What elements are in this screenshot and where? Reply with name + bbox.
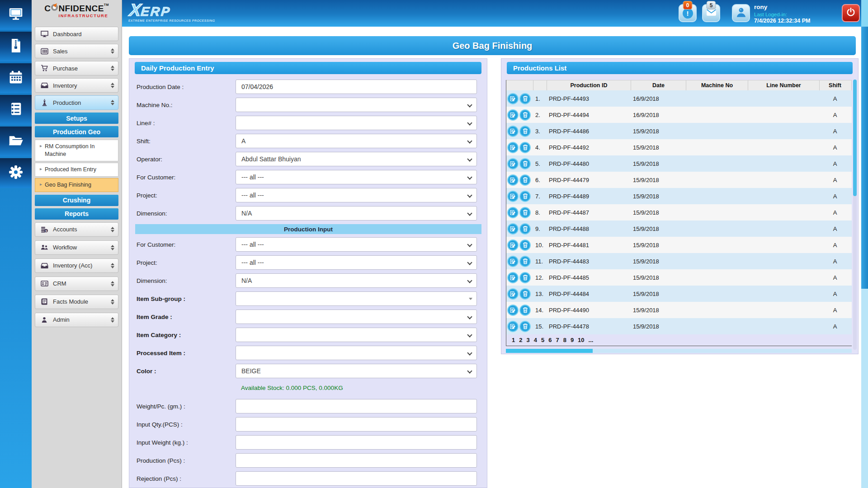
edit-row-button[interactable] <box>507 158 519 169</box>
sidebar-item-produced-item-entry[interactable]: ▸ Produced Item Entry <box>35 163 118 177</box>
edit-row-button[interactable] <box>507 109 519 121</box>
page-link[interactable]: 5 <box>541 337 544 343</box>
edit-row-button[interactable] <box>507 126 519 137</box>
delete-row-button[interactable] <box>519 142 531 153</box>
page-link[interactable]: 7 <box>556 337 559 343</box>
chevron-down-icon <box>467 120 472 125</box>
sidebar-item-production[interactable]: Production <box>35 95 118 110</box>
edit-row-button[interactable] <box>507 93 519 104</box>
delete-row-button[interactable] <box>519 158 531 169</box>
edit-row-button[interactable] <box>507 191 519 202</box>
logout-button[interactable] <box>842 4 860 22</box>
sidebar-item-inventory-acc[interactable]: Inventory (Acc) <box>35 258 118 273</box>
production-date-input[interactable] <box>236 80 477 94</box>
sidebar-section-production-geo[interactable]: Production Geo <box>35 126 118 137</box>
production-pcs-input[interactable] <box>236 453 477 468</box>
input-for-customer-select[interactable]: --- all --- <box>236 237 477 252</box>
column-header-date: Date <box>631 80 686 90</box>
delete-row-button[interactable] <box>519 305 531 316</box>
sidebar-item-facts-module[interactable]: Facts Module <box>35 295 118 309</box>
sidebar-item-workflow[interactable]: Workflow <box>35 240 118 255</box>
edit-row-button[interactable] <box>507 223 519 235</box>
input-qty-input[interactable] <box>236 417 477 432</box>
section-label: Production Geo <box>53 128 100 136</box>
messages-button[interactable]: 5 <box>702 4 720 22</box>
sidebar-item-purchase[interactable]: Purchase <box>35 61 118 75</box>
project-select[interactable]: --- all --- <box>236 188 477 202</box>
rail-desktop-button[interactable] <box>0 0 32 30</box>
rail-journal-button[interactable] <box>0 95 32 125</box>
delete-row-button[interactable] <box>519 109 531 121</box>
delete-row-button[interactable] <box>519 191 531 202</box>
production-input-title: Production Input <box>284 226 333 233</box>
delete-row-button[interactable] <box>519 272 531 283</box>
delete-row-button[interactable] <box>519 321 531 332</box>
edit-row-button[interactable] <box>507 239 519 251</box>
sidebar-section-setups[interactable]: Setups <box>35 113 118 124</box>
delete-row-button[interactable] <box>519 207 531 218</box>
rail-calendar-button[interactable] <box>0 63 32 93</box>
edit-row-button[interactable] <box>507 256 519 267</box>
page-link[interactable]: 6 <box>548 337 552 343</box>
sidebar-item-sales[interactable]: Sales <box>35 44 118 58</box>
edit-row-button[interactable] <box>507 142 519 153</box>
panel-scrollbar-thumb[interactable] <box>853 80 857 196</box>
mail-icon <box>706 9 717 18</box>
weight-pc-input[interactable] <box>236 399 477 413</box>
item-category-select[interactable] <box>236 328 477 342</box>
rejection-pcs-input[interactable] <box>236 471 477 486</box>
sidebar-item-admin[interactable]: Admin <box>35 313 118 327</box>
page-link[interactable]: 8 <box>563 337 566 343</box>
color-select[interactable]: BEIGE <box>236 364 477 378</box>
delete-row-button[interactable] <box>519 223 531 235</box>
item-grade-select[interactable] <box>236 310 477 324</box>
sidebar-item-accounts[interactable]: $ Accounts <box>35 222 118 237</box>
shift-select[interactable]: A <box>236 134 477 148</box>
rail-folder-button[interactable] <box>0 127 32 156</box>
rail-settings-button[interactable] <box>0 158 32 188</box>
input-weight-input[interactable] <box>236 435 477 450</box>
for-customer-select[interactable]: --- all --- <box>236 170 477 184</box>
sidebar-section-crushing[interactable]: Crushing <box>35 195 118 206</box>
sidebar-item-geo-bag-finishing[interactable]: ▸ Geo Bag Finishing <box>35 178 118 192</box>
delete-row-button[interactable] <box>519 256 531 267</box>
horizontal-scrollbar-thumb[interactable] <box>506 349 593 353</box>
edit-row-button[interactable] <box>507 321 519 332</box>
page-scrollbar-thumb[interactable] <box>861 27 868 289</box>
edit-row-button[interactable] <box>507 174 519 186</box>
sidebar-item-inventory[interactable]: Inventory <box>35 78 118 93</box>
production-input-banner: Production Input <box>135 224 481 234</box>
alerts-button[interactable]: 0 ! <box>679 4 697 22</box>
dimension-select[interactable]: N/A <box>236 206 477 221</box>
sidebar-item-crm[interactable]: CRM <box>35 277 118 291</box>
page-link[interactable]: 1 <box>512 337 515 343</box>
machine-no-select[interactable] <box>236 98 477 112</box>
rail-archive-button[interactable] <box>0 32 32 61</box>
edit-row-button[interactable] <box>507 272 519 283</box>
input-dimension-select[interactable]: N/A <box>236 273 477 288</box>
date-cell: 15/9/2018 <box>631 225 686 232</box>
sidebar-item-rm-consumption[interactable]: ▸ RM Consumption In Machine <box>35 140 118 161</box>
page-link[interactable]: 9 <box>571 337 574 343</box>
page-link[interactable]: 4 <box>534 337 537 343</box>
delete-row-button[interactable] <box>519 239 531 251</box>
delete-row-button[interactable] <box>519 93 531 104</box>
sidebar-item-dashboard[interactable]: Dashboard <box>35 27 118 41</box>
input-project-select[interactable]: --- all --- <box>236 255 477 270</box>
item-subgroup-combobox[interactable] <box>236 291 477 306</box>
page-link[interactable]: 10 <box>578 337 584 343</box>
page-link[interactable]: 3 <box>526 337 529 343</box>
edit-row-button[interactable] <box>507 305 519 316</box>
page-link[interactable]: 2 <box>519 337 522 343</box>
edit-row-button[interactable] <box>507 288 519 300</box>
delete-row-button[interactable] <box>519 126 531 137</box>
edit-row-button[interactable] <box>507 207 519 218</box>
delete-row-button[interactable] <box>519 174 531 186</box>
line-select[interactable] <box>236 116 477 130</box>
operator-select[interactable]: Abdul Sattar Bhuiyan <box>236 152 477 166</box>
sidebar-section-reports[interactable]: Reports <box>35 208 118 220</box>
user-profile-button[interactable] <box>732 4 750 22</box>
page-link[interactable]: ... <box>589 337 594 343</box>
processed-item-select[interactable] <box>236 346 477 360</box>
delete-row-button[interactable] <box>519 288 531 300</box>
